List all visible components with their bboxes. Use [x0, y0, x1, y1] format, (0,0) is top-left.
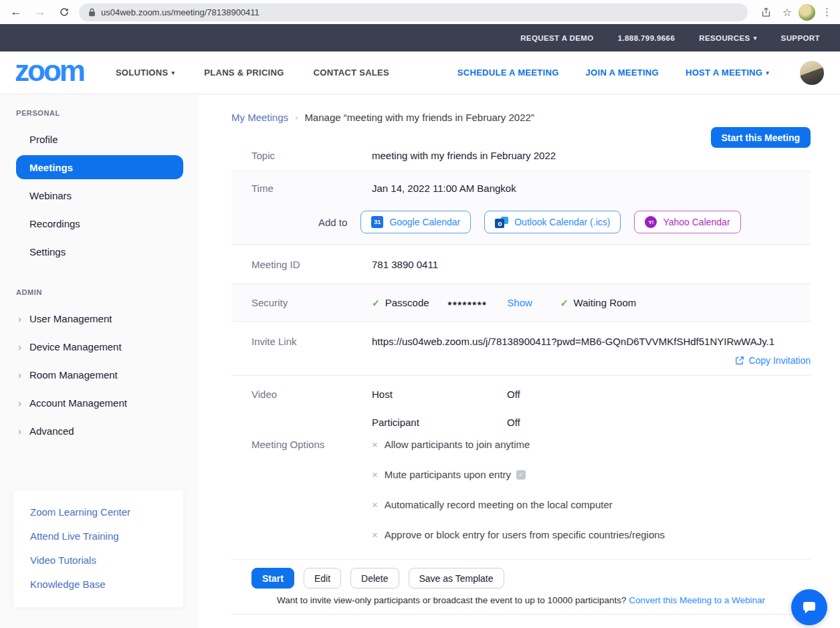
copy-invitation-link[interactable]: Copy Invitation	[372, 355, 811, 366]
nav-solutions[interactable]: SOLUTIONS▾	[116, 68, 175, 78]
sales-phone[interactable]: 1.888.799.9666	[618, 34, 675, 42]
url-text: us04web.zoom.us/meeting/78138900411	[101, 7, 259, 17]
breadcrumb-separator-icon: ›	[295, 112, 298, 122]
option-join-anytime: × Allow participants to join anytime	[372, 439, 811, 450]
chevron-right-icon: ›	[18, 397, 29, 409]
passcode-label: Passcode	[385, 297, 429, 308]
sidebar-section-personal: PERSONAL	[16, 109, 199, 117]
cross-icon: ×	[372, 439, 378, 450]
cross-icon: ×	[372, 469, 378, 480]
outlook-calendar-button[interactable]: o Outlook Calendar (.ics)	[484, 211, 621, 233]
lock-icon	[88, 7, 96, 17]
browser-forward-icon[interactable]: →	[31, 3, 49, 21]
sidebar-item-recordings[interactable]: Recordings	[0, 209, 199, 237]
browser-menu-icon[interactable]: ⋮	[822, 6, 832, 18]
sidebar-item-settings[interactable]: Settings	[0, 237, 199, 266]
top-utility-bar: REQUEST A DEMO 1.888.799.9666 RESOURCES▾…	[0, 24, 840, 51]
breadcrumb: My Meetings › Manage “meeting with my fr…	[231, 112, 811, 123]
caret-down-icon: ▾	[754, 35, 757, 41]
google-calendar-button[interactable]: 31 Google Calendar	[360, 211, 471, 233]
chat-icon	[801, 599, 817, 615]
schedule-meeting-link[interactable]: SCHEDULE A MEETING	[457, 68, 559, 78]
browser-actions: ☆ ⋮	[757, 3, 833, 21]
address-bar[interactable]: us04web.zoom.us/meeting/78138900411	[79, 3, 748, 21]
browser-back-icon[interactable]: ←	[7, 3, 25, 21]
security-row: Security ✓ Passcode ******** Show ✓ Wait…	[231, 284, 811, 322]
sidebar-item-account-management[interactable]: ›Account Management	[0, 389, 199, 417]
host-meeting-menu[interactable]: HOST A MEETING▾	[686, 68, 769, 78]
video-row: Video Host Off Participant Off	[231, 376, 811, 428]
sidebar-help-card: Zoom Learning Center Attend Live Trainin…	[13, 490, 183, 607]
video-host-value: Off	[507, 389, 599, 400]
sidebar-item-device-management[interactable]: ›Device Management	[0, 332, 199, 360]
meeting-options-label: Meeting Options	[251, 439, 372, 546]
yahoo-calendar-button[interactable]: Y! Yahoo Calendar	[634, 211, 740, 233]
link-attend-live-training[interactable]: Attend Live Training	[30, 530, 183, 542]
time-row: Time Jan 14, 2022 11:00 AM Bangkok Add t…	[231, 171, 811, 245]
browser-refresh-icon[interactable]	[55, 3, 74, 21]
start-this-meeting-button[interactable]: Start this Meeting	[711, 127, 811, 148]
join-meeting-link[interactable]: JOIN A MEETING	[586, 68, 659, 78]
nav-plans-pricing[interactable]: PLANS & PRICING	[204, 68, 284, 78]
webinar-note: Want to invite view-only participants or…	[231, 595, 811, 615]
meeting-id-value: 781 3890 0411	[372, 259, 811, 270]
site-header: zoom SOLUTIONS▾ PLANS & PRICING CONTACT …	[0, 51, 840, 94]
sidebar-item-profile[interactable]: Profile	[0, 125, 199, 153]
invite-url[interactable]: https://us04web.zoom.us/j/78138900411?pw…	[372, 336, 811, 347]
header-actions: SCHEDULE A MEETING JOIN A MEETING HOST A…	[457, 61, 827, 85]
breadcrumb-my-meetings[interactable]: My Meetings	[231, 112, 288, 123]
option-mute-on-entry: × Mute participants upon entry ✓	[372, 469, 811, 480]
sidebar-item-webinars[interactable]: Webinars	[0, 181, 199, 209]
invite-link-row: Invite Link https://us04web.zoom.us/j/78…	[231, 322, 811, 376]
show-passcode-link[interactable]: Show	[507, 297, 532, 308]
topic-value: meeting with my friends in February 2022	[372, 150, 811, 161]
checkbox-locked-icon: ✓	[516, 470, 526, 480]
resources-menu[interactable]: RESOURCES▾	[699, 34, 756, 42]
topic-label: Topic	[251, 150, 372, 161]
yahoo-calendar-icon: Y!	[645, 216, 657, 228]
breadcrumb-current: Manage “meeting with my friends in Febru…	[304, 112, 534, 123]
zoom-logo[interactable]: zoom	[13, 58, 92, 88]
meeting-id-row: Meeting ID 781 3890 0411	[231, 245, 811, 284]
convert-to-webinar-link[interactable]: Convert this Meeting to a Webinar	[629, 595, 765, 605]
delete-button[interactable]: Delete	[350, 568, 399, 589]
chevron-right-icon: ›	[18, 369, 29, 381]
chat-widget-button[interactable]	[791, 589, 827, 625]
sidebar-item-user-management[interactable]: ›User Management	[0, 304, 199, 332]
sidebar-item-meetings[interactable]: Meetings	[16, 155, 183, 179]
request-demo-link[interactable]: REQUEST A DEMO	[520, 34, 594, 42]
video-label: Video	[251, 389, 372, 428]
meeting-id-label: Meeting ID	[251, 259, 372, 270]
sidebar-item-room-management[interactable]: ›Room Management	[0, 360, 199, 389]
main-nav: SOLUTIONS▾ PLANS & PRICING CONTACT SALES	[116, 68, 389, 78]
copy-icon	[735, 356, 744, 365]
share-icon[interactable]	[757, 3, 776, 21]
nav-contact-sales[interactable]: CONTACT SALES	[314, 68, 389, 78]
option-auto-record: × Automatically record meeting on the lo…	[372, 499, 811, 510]
sidebar-item-advanced[interactable]: ›Advanced	[0, 417, 199, 445]
caret-down-icon: ▾	[766, 70, 769, 76]
chevron-right-icon: ›	[18, 313, 29, 324]
waiting-room-label: Waiting Room	[574, 297, 637, 308]
meeting-detail-table: Topic meeting with my friends in Februar…	[231, 139, 811, 615]
video-participant-label: Participant	[372, 417, 507, 428]
user-avatar[interactable]	[800, 61, 824, 85]
sidebar: PERSONAL Profile Meetings Webinars Recor…	[0, 94, 199, 628]
link-knowledge-base[interactable]: Knowledge Base	[30, 579, 183, 590]
start-button[interactable]: Start	[251, 568, 294, 589]
add-to-label: Add to	[318, 217, 347, 228]
link-zoom-learning-center[interactable]: Zoom Learning Center	[30, 506, 183, 518]
page-body: PERSONAL Profile Meetings Webinars Recor…	[0, 94, 840, 628]
browser-profile-avatar[interactable]	[799, 4, 815, 21]
zoom-meeting-manage-page: ← → us04web.zoom.us/meeting/78138900411 …	[0, 0, 840, 628]
support-link[interactable]: SUPPORT	[781, 34, 820, 42]
link-video-tutorials[interactable]: Video Tutorials	[30, 554, 183, 566]
security-label: Security	[251, 297, 372, 308]
check-icon: ✓	[560, 298, 568, 308]
bookmark-star-icon[interactable]: ☆	[782, 6, 792, 19]
refresh-icon	[59, 7, 70, 17]
save-as-template-button[interactable]: Save as Template	[409, 568, 504, 589]
add-to-calendar-row: Add to 31 Google Calendar o Outlook Cale…	[318, 211, 811, 233]
time-value: Jan 14, 2022 11:00 AM Bangkok	[372, 183, 811, 194]
edit-button[interactable]: Edit	[304, 568, 341, 589]
